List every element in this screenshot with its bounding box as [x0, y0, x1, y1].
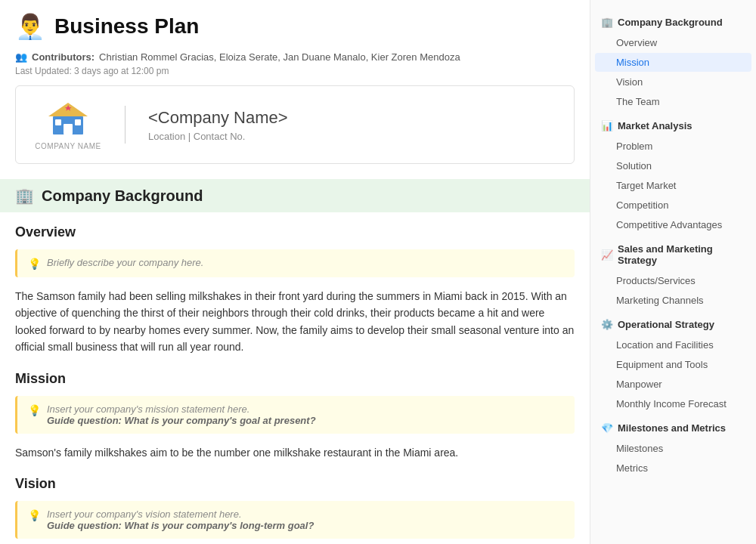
company-background-header: 🏢 Company Background	[0, 179, 590, 212]
sidebar-section-emoji-operational: ⚙️	[601, 319, 613, 330]
contributors-names: Christian Rommel Gracias, Eloiza Serate,…	[99, 51, 460, 63]
mission-hint-content: Insert your company's mission statement …	[47, 403, 316, 426]
mission-hint-box: 💡 Insert your company's mission statemen…	[15, 396, 575, 434]
last-updated: Last Updated: 3 days ago at 12:00 pm	[0, 64, 590, 85]
mission-title: Mission	[15, 371, 575, 387]
hint-icon-mission: 💡	[28, 404, 41, 416]
contributors-row: 👥 Contributors: Christian Rommel Gracias…	[0, 48, 590, 64]
company-info: <Company Name> Location | Contact No.	[148, 108, 288, 142]
sidebar-item-location-facilities[interactable]: Location and Facilities	[595, 335, 751, 354]
page-title: Business Plan	[54, 14, 199, 39]
sidebar-section-emoji-company: 🏢	[601, 17, 613, 28]
company-logo: COMPANY NAME	[34, 98, 102, 151]
sidebar-item-milestones[interactable]: Milestones	[595, 439, 751, 458]
hint-icon-vision: 💡	[28, 509, 41, 521]
sidebar-item-competition[interactable]: Competition	[595, 196, 751, 215]
sidebar: 🏢 Company Background Overview Mission Vi…	[590, 0, 756, 544]
sidebar-section-label-company: Company Background	[618, 17, 723, 28]
sidebar-section-milestones: 💎 Milestones and Metrics Milestones Metr…	[590, 418, 756, 478]
logo-divider	[125, 106, 125, 144]
sidebar-section-header-milestones[interactable]: 💎 Milestones and Metrics	[590, 418, 756, 438]
company-background-title: Company Background	[42, 187, 203, 205]
logo-svg	[44, 100, 92, 139]
vision-hint-text: Insert your company's vision statement h…	[47, 508, 314, 520]
sidebar-item-equipment-tools[interactable]: Equipment and Tools	[595, 355, 751, 374]
sidebar-section-market-analysis: 📊 Market Analysis Problem Solution Targe…	[590, 116, 756, 234]
sidebar-section-label-operational: Operational Strategy	[618, 319, 714, 330]
sidebar-section-emoji-milestones: 💎	[601, 422, 613, 434]
sidebar-item-solution[interactable]: Solution	[595, 156, 751, 175]
vision-hint-box: 💡 Insert your company's vision statement…	[15, 501, 575, 539]
sidebar-section-header-operational[interactable]: ⚙️ Operational Strategy	[590, 314, 756, 335]
sidebar-section-label-milestones: Milestones and Metrics	[618, 422, 726, 434]
sidebar-section-header-sales[interactable]: 📈 Sales and Marketing Strategy	[590, 239, 756, 270]
page-emoji: 👨‍💼	[15, 12, 45, 41]
vision-hint-guide: Guide question: What is your company's l…	[47, 520, 314, 531]
company-name: <Company Name>	[148, 108, 288, 128]
vision-hint-content: Insert your company's vision statement h…	[47, 508, 314, 531]
sidebar-item-vision[interactable]: Vision	[595, 73, 751, 91]
svg-rect-2	[64, 124, 73, 134]
svg-rect-4	[75, 119, 81, 125]
company-location: Location | Contact No.	[148, 131, 288, 142]
sidebar-item-products-services[interactable]: Products/Services	[595, 271, 751, 290]
sidebar-item-mission[interactable]: Mission	[595, 53, 751, 72]
main-content: 👨‍💼 Business Plan 👥 Contributors: Christ…	[0, 0, 590, 544]
vision-title: Vision	[15, 476, 575, 492]
overview-title: Overview	[15, 224, 575, 240]
sidebar-section-header-company-background[interactable]: 🏢 Company Background	[590, 12, 756, 32]
hint-icon-overview: 💡	[28, 258, 41, 270]
sidebar-section-emoji-market: 📊	[601, 120, 613, 131]
vision-section: Vision 💡 Insert your company's vision st…	[0, 476, 590, 544]
svg-rect-3	[55, 119, 61, 125]
overview-section: Overview 💡 Briefly describe your company…	[0, 224, 590, 356]
sidebar-item-monthly-income-forecast[interactable]: Monthly Income Forecast	[595, 394, 751, 413]
mission-section: Mission 💡 Insert your company's mission …	[0, 371, 590, 461]
logo-img-wrapper: COMPANY NAME	[35, 100, 101, 150]
contributors-label: Contributors:	[32, 51, 94, 63]
sidebar-item-target-market[interactable]: Target Market	[595, 176, 751, 195]
sidebar-section-label-market: Market Analysis	[618, 120, 692, 131]
sidebar-item-manpower[interactable]: Manpower	[595, 375, 751, 394]
logo-label: COMPANY NAME	[35, 142, 101, 150]
sidebar-item-problem[interactable]: Problem	[595, 137, 751, 156]
logo-section: COMPANY NAME <Company Name> Location | C…	[15, 85, 575, 164]
mission-hint-text: Insert your company's mission statement …	[47, 403, 316, 415]
page-header: 👨‍💼 Business Plan	[0, 0, 590, 48]
sidebar-section-emoji-sales: 📈	[601, 249, 613, 261]
company-background-emoji: 🏢	[15, 187, 34, 205]
sidebar-section-sales-marketing: 📈 Sales and Marketing Strategy Products/…	[590, 239, 756, 310]
sidebar-item-metrics[interactable]: Metrics	[595, 459, 751, 478]
sidebar-item-marketing-channels[interactable]: Marketing Channels	[595, 291, 751, 310]
mission-hint-guide: Guide question: What is your company's g…	[47, 415, 316, 426]
sidebar-section-operational: ⚙️ Operational Strategy Location and Fac…	[590, 314, 756, 413]
overview-body: The Samson family had been selling milks…	[15, 288, 575, 356]
sidebar-item-overview[interactable]: Overview	[595, 33, 751, 52]
overview-hint-box: 💡 Briefly describe your company here.	[15, 249, 575, 277]
sidebar-section-label-sales: Sales and Marketing Strategy	[618, 243, 745, 266]
sidebar-section-header-market[interactable]: 📊 Market Analysis	[590, 116, 756, 136]
overview-hint-text: Briefly describe your company here.	[47, 257, 203, 268]
mission-body: Samson's family milkshakes aim to be the…	[15, 444, 575, 461]
sidebar-item-the-team[interactable]: The Team	[595, 92, 751, 111]
sidebar-section-company-background: 🏢 Company Background Overview Mission Vi…	[590, 12, 756, 111]
contributors-icon: 👥	[15, 51, 27, 63]
sidebar-item-competitive-advantages[interactable]: Competitive Advantages	[595, 215, 751, 234]
svg-marker-0	[48, 103, 88, 116]
